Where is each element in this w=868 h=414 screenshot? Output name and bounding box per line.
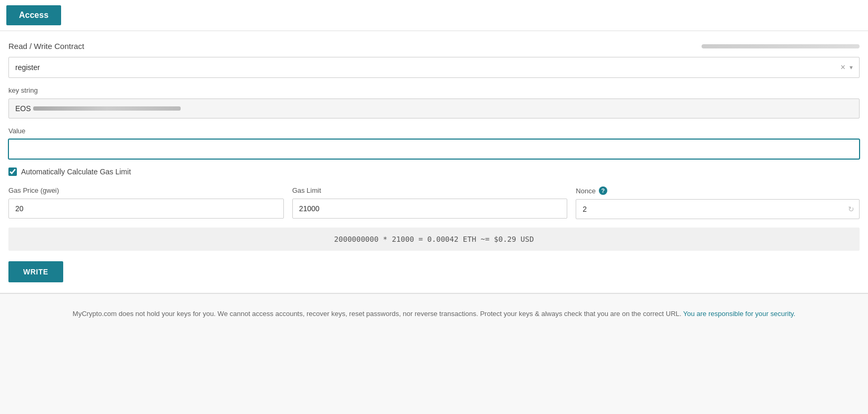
dropdown-value: register bbox=[15, 63, 40, 72]
nonce-label: Nonce bbox=[576, 187, 596, 195]
section-title: Read / Write Contract bbox=[8, 42, 84, 51]
gas-price-field: Gas Price (gwei) bbox=[8, 186, 292, 219]
gas-limit-label-row: Gas Limit bbox=[292, 186, 568, 194]
key-string-field[interactable]: EOS bbox=[8, 98, 860, 119]
nonce-field: Nonce ? ↻ bbox=[576, 186, 860, 219]
dropdown-field[interactable]: register × ▾ bbox=[9, 57, 859, 77]
value-section: Value bbox=[8, 127, 860, 167]
write-button[interactable]: WRITE bbox=[8, 261, 63, 282]
calculation-bar: 2000000000 * 21000 = 0.00042 ETH ~= $0.2… bbox=[8, 228, 860, 251]
key-value-bar bbox=[33, 106, 181, 111]
auto-calc-checkbox[interactable] bbox=[8, 167, 17, 176]
value-input[interactable] bbox=[8, 139, 860, 159]
gas-limit-label: Gas Limit bbox=[292, 186, 321, 194]
key-prefix: EOS bbox=[15, 104, 31, 113]
gas-limit-input[interactable] bbox=[292, 199, 568, 219]
footer-text: MyCrypto.com does not hold your keys for… bbox=[39, 309, 829, 320]
key-string-section: key string EOS bbox=[8, 86, 860, 119]
refresh-icon[interactable]: ↻ bbox=[848, 205, 854, 213]
auto-calc-label: Automatically Calculate Gas Limit bbox=[21, 167, 131, 176]
nonce-input-wrapper: ↻ bbox=[576, 199, 860, 219]
footer: MyCrypto.com does not hold your keys for… bbox=[0, 294, 868, 330]
section-bar-decoration bbox=[702, 44, 860, 48]
dropdown-arrow-icon: ▾ bbox=[850, 64, 853, 71]
header: Access bbox=[0, 0, 868, 31]
nonce-help-icon[interactable]: ? bbox=[599, 186, 607, 195]
main-content: Read / Write Contract register × ▾ key s… bbox=[0, 31, 868, 293]
dropdown-controls: × ▾ bbox=[841, 63, 853, 72]
gas-limit-field: Gas Limit bbox=[292, 186, 576, 219]
gas-fields-row: Gas Price (gwei) Gas Limit Nonce ? ↻ bbox=[8, 186, 860, 219]
gas-price-label-row: Gas Price (gwei) bbox=[8, 186, 284, 194]
value-label: Value bbox=[8, 127, 860, 135]
footer-static-text: MyCrypto.com does not hold your keys for… bbox=[73, 310, 683, 318]
gas-price-label: Gas Price (gwei) bbox=[8, 186, 59, 194]
nonce-input[interactable] bbox=[576, 199, 860, 219]
dropdown-clear-icon[interactable]: × bbox=[841, 63, 845, 72]
nonce-label-row: Nonce ? bbox=[576, 186, 860, 195]
gas-price-input[interactable] bbox=[8, 199, 284, 219]
auto-calc-row: Automatically Calculate Gas Limit bbox=[8, 167, 860, 176]
key-string-label: key string bbox=[8, 86, 860, 94]
footer-security-link[interactable]: You are responsible for your security. bbox=[683, 310, 795, 318]
contract-section-header: Read / Write Contract bbox=[8, 42, 860, 51]
access-button[interactable]: Access bbox=[6, 5, 61, 25]
contract-dropdown[interactable]: register × ▾ bbox=[8, 57, 860, 78]
